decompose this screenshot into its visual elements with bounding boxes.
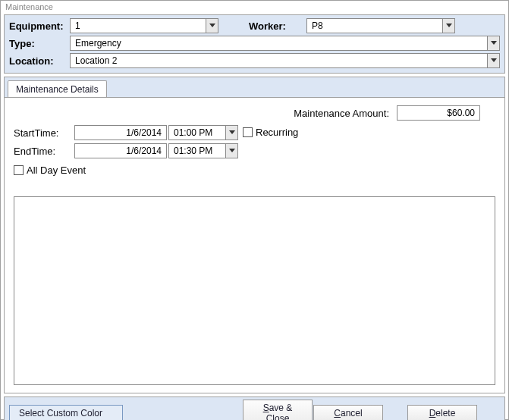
notes-textarea[interactable] [14,196,495,385]
recurring-checkbox[interactable] [243,127,253,137]
start-time-value: 01:00 PM [169,126,225,139]
start-time-label: StartTime: [14,127,74,139]
chevron-down-icon [229,130,235,135]
tab-content: Maintenance Amount: $60.00 StartTime: 1/… [5,97,504,393]
equipment-value: 1 [71,19,206,33]
location-value: Location 2 [71,54,487,67]
header-panel: Equipment: 1 Worker: P8 Type: Emergency [4,14,505,74]
chevron-down-icon [446,24,452,28]
worker-combo[interactable]: P8 [306,18,455,33]
chevron-down-icon [491,41,497,45]
end-date-input[interactable]: 1/6/2014 [74,143,167,158]
maintenance-amount-label: Maintenance Amount: [294,108,389,119]
chevron-down-icon [491,58,497,63]
end-time-label: EndTime: [14,146,74,157]
type-value: Emergency [71,36,487,50]
save-close-button[interactable]: Save & Close [243,400,313,420]
allday-checkbox[interactable] [14,165,24,175]
tab-maintenance-details[interactable]: Maintenance Details [8,80,107,98]
maintenance-amount-input[interactable]: $60.00 [397,105,480,121]
cancel-button[interactable]: Cancel [313,405,383,420]
start-date-input[interactable]: 1/6/2014 [74,125,167,140]
maintenance-window: Maintenance Equipment: 1 Worker: P8 Type… [0,0,509,420]
window-title: Maintenance [1,1,508,13]
location-combo[interactable]: Location 2 [70,53,500,68]
select-custom-color-button[interactable]: Select Custom Color [9,405,123,420]
equipment-combo[interactable]: 1 [70,18,218,33]
end-time-value: 01:30 PM [169,144,225,158]
worker-label: Worker: [249,20,302,32]
start-time-combo[interactable]: 01:00 PM [168,125,238,140]
body-panel: Maintenance Details Maintenance Amount: … [4,77,505,393]
allday-label: All Day Event [27,165,86,176]
location-dropdown-button[interactable] [487,54,499,67]
type-label: Type: [9,38,70,49]
end-time-dropdown-button[interactable] [225,144,237,158]
chevron-down-icon [229,149,235,153]
footer-panel: Select Custom Color Save & Close Cancel … [4,396,505,420]
delete-button[interactable]: Delete [407,405,477,420]
recurring-label: Recurring [256,127,298,138]
equipment-label: Equipment: [9,20,70,32]
type-dropdown-button[interactable] [487,36,499,50]
type-combo[interactable]: Emergency [70,36,500,51]
worker-value: P8 [307,19,442,33]
end-time-combo[interactable]: 01:30 PM [168,143,238,158]
chevron-down-icon [209,24,215,28]
recurring-checkbox-wrap[interactable]: Recurring [243,127,298,138]
worker-dropdown-button[interactable] [442,19,454,33]
equipment-dropdown-button[interactable] [206,19,218,33]
allday-checkbox-wrap[interactable]: All Day Event [14,165,495,176]
location-label: Location: [9,55,70,67]
tab-strip: Maintenance Details [5,77,504,97]
start-time-dropdown-button[interactable] [225,126,237,139]
